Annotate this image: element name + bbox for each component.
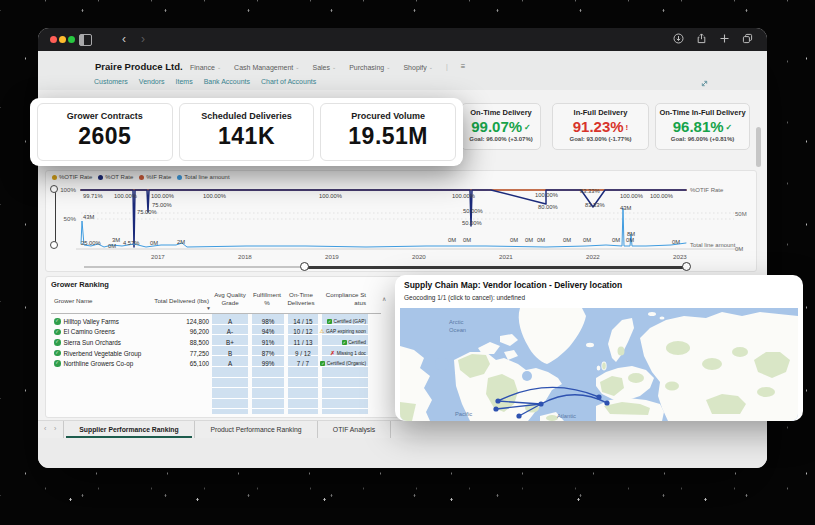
compliance-icon: ✓: [320, 361, 325, 366]
svg-text:2020: 2020: [412, 253, 426, 260]
compliance-status: ✗Missing 1 doc: [316, 348, 366, 359]
col-header-grower[interactable]: Grower Name: [54, 297, 93, 305]
tab-otif-analysis[interactable]: OTIF Analysis: [318, 421, 391, 438]
sidebar-toggle-icon[interactable]: [79, 34, 92, 46]
table-scroll-up-icon[interactable]: ∧: [382, 295, 386, 302]
col-header-compliance[interactable]: Compliance Status: [324, 291, 366, 306]
forward-button[interactable]: ›: [141, 30, 145, 49]
table-row[interactable]: ✓Sierra Sun Orchards88,500B+91%11 / 13✓C…: [46, 337, 386, 348]
col-header-ontime[interactable]: On-Time Deliveries: [284, 291, 318, 306]
total-delivered: 88,500: [141, 337, 209, 348]
compliance-icon: ✓: [327, 319, 332, 324]
tabs-prev-icon[interactable]: ‹: [44, 425, 46, 432]
hamburger-icon[interactable]: ≡: [461, 62, 466, 71]
expand-icon[interactable]: [700, 79, 709, 88]
tab-supplier-performance[interactable]: Supplier Performance Ranking: [63, 421, 195, 438]
maximize-button[interactable]: [68, 36, 75, 43]
col-header-delivered[interactable]: Total Delivered (lbs): [136, 297, 209, 305]
map-point[interactable]: [596, 394, 601, 399]
map-point[interactable]: [516, 413, 521, 418]
submenu-vendors[interactable]: Vendors: [139, 78, 165, 85]
new-tab-icon[interactable]: [719, 33, 730, 44]
fulfillment-pct: 91%: [252, 337, 284, 348]
vertical-scrollbar[interactable]: [756, 127, 761, 167]
kpi-value: 91.23%: [573, 118, 624, 135]
svg-text:100.00%: 100.00%: [650, 193, 673, 199]
map-title: Supply Chain Map: Vendor location - Deli…: [404, 280, 622, 290]
status-check-icon: ✓: [524, 123, 531, 132]
tab-overview-icon[interactable]: [742, 33, 753, 44]
close-button[interactable]: [50, 36, 57, 43]
svg-text:0M: 0M: [537, 237, 545, 243]
submenu-customers[interactable]: Customers: [94, 78, 128, 85]
kpi-value: 141K: [180, 123, 314, 150]
svg-text:2018: 2018: [238, 253, 252, 260]
map-point[interactable]: [495, 398, 500, 403]
submenu-bank-accounts[interactable]: Bank Accounts: [204, 78, 250, 85]
submenu-items[interactable]: Items: [176, 78, 193, 85]
compliance-icon: ✗: [330, 351, 335, 356]
menu-purchasing[interactable]: Purchasing⌄: [349, 63, 390, 71]
fulfillment-pct: 87%: [252, 348, 284, 359]
grower-check-icon: ✓: [54, 350, 61, 357]
map-geocoding-status[interactable]: Geocoding 1/1 (click to cancel): undefin…: [404, 294, 525, 301]
kpi-grower-contracts: Grower Contracts 2605: [37, 103, 173, 161]
grower-check-icon: ✓: [54, 360, 61, 367]
svg-text:80.00%: 80.00%: [538, 204, 558, 210]
kpi-cards-panel: Grower Contracts 2605 Scheduled Deliveri…: [30, 98, 463, 166]
svg-text:Total line amount: Total line amount: [690, 242, 736, 248]
kpi-goal: Goal: 96.00% (+3.07%): [462, 136, 540, 142]
avg-quality-grade: B+: [212, 337, 248, 348]
total-delivered: 124,800: [141, 316, 209, 327]
table-row[interactable]: ✓Northline Growers Co-op65,100A99%7 / 7✓…: [46, 358, 386, 369]
share-icon[interactable]: [696, 33, 707, 44]
kpi-label: On-Time Delivery: [462, 108, 540, 117]
svg-text:2021: 2021: [499, 253, 513, 260]
back-button[interactable]: ‹: [122, 30, 126, 49]
sort-indicator[interactable]: ▼: [206, 305, 211, 311]
header-divider: [51, 313, 381, 314]
kpi-in-full-delivery: In-Full Delivery 91.23%! Goal: 93.00% (-…: [552, 103, 649, 150]
svg-text:100.00%: 100.00%: [114, 193, 137, 199]
svg-text:100.00%: 100.00%: [452, 193, 475, 199]
col-header-grade[interactable]: Avg Quality Grade: [212, 291, 248, 306]
svg-text:2019: 2019: [325, 253, 339, 260]
world-map[interactable]: ArcticOceanPacificAtlantic: [400, 308, 798, 421]
menu-cash-management[interactable]: Cash Management⌄: [234, 63, 299, 71]
grower-name: ✓Northline Growers Co-op: [54, 358, 144, 369]
minimize-button[interactable]: [59, 36, 66, 43]
table-row[interactable]: ✓Riverbend Vegetable Group77,250B87%9 / …: [46, 348, 386, 359]
table-row[interactable]: ✓Hilltop Valley Farms124,800A98%14 / 15✓…: [46, 316, 386, 327]
menu-sales[interactable]: Sales⌄: [312, 63, 336, 71]
map-point[interactable]: [493, 406, 498, 411]
table-title: Grower Ranking: [51, 280, 109, 289]
table-row[interactable]: ✓El Camino Greens96,200A-94%10 / 12⚠GAP …: [46, 327, 386, 338]
tab-product-performance[interactable]: Product Performance Ranking: [195, 421, 318, 438]
svg-text:%OTIF Rate: %OTIF Rate: [690, 187, 724, 193]
menu-shopify[interactable]: Shopify⌄: [403, 63, 433, 71]
tabs-next-icon[interactable]: ›: [54, 425, 56, 432]
fulfillment-pct: 94%: [252, 327, 284, 338]
svg-text:75.00%: 75.00%: [152, 202, 172, 208]
kpi-label: Procured Volume: [321, 111, 455, 121]
map-point[interactable]: [538, 401, 543, 406]
window-titlebar: ‹ ›: [38, 28, 767, 51]
map-point[interactable]: [604, 400, 609, 405]
ocean-label: Arctic: [449, 319, 464, 325]
svg-text:2M: 2M: [177, 239, 185, 245]
total-delivered: 96,200: [141, 327, 209, 338]
grower-name: ✓Riverbend Vegetable Group: [54, 348, 144, 359]
svg-text:100%: 100%: [60, 186, 76, 193]
svg-text:100.00%: 100.00%: [535, 192, 558, 198]
chart-x-range-slider[interactable]: [46, 262, 758, 272]
col-header-fulfillment[interactable]: Fulfillment %: [250, 291, 284, 306]
compliance-status: ⚠GAP expiring soon: [316, 327, 366, 338]
grower-check-icon: ✓: [54, 329, 61, 336]
on-time-deliveries: 14 / 15: [288, 316, 318, 327]
submenu-chart-of-accounts[interactable]: Chart of Accounts: [261, 78, 316, 85]
downloads-icon[interactable]: [673, 33, 684, 44]
svg-text:43M: 43M: [620, 205, 631, 211]
menu-finance[interactable]: Finance⌄: [190, 63, 221, 71]
grower-check-icon: ✓: [54, 318, 61, 325]
avg-quality-grade: A: [212, 358, 248, 369]
